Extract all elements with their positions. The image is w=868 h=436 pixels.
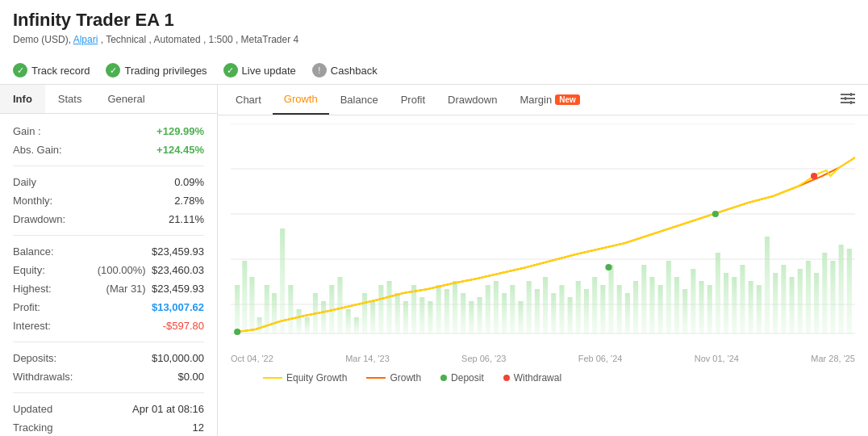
- sidebar-tabs: Info Stats General: [0, 85, 217, 114]
- equity-value: (100.00%) $23,460.03: [98, 264, 204, 276]
- svg-rect-61: [633, 281, 638, 333]
- svg-rect-77: [765, 237, 770, 333]
- chart-tab-profit[interactable]: Profit: [390, 86, 436, 114]
- svg-rect-1: [841, 98, 855, 99]
- badge-live-update-label: Live update: [242, 65, 296, 77]
- badge-cashback-label: Cashback: [331, 65, 378, 77]
- svg-rect-50: [543, 277, 548, 333]
- svg-point-88: [234, 329, 240, 335]
- tracking-value: 12: [193, 421, 204, 434]
- daily-value: 0.09%: [174, 176, 204, 188]
- svg-rect-12: [235, 285, 240, 333]
- svg-rect-47: [518, 301, 523, 333]
- stat-tracking: Tracking 12: [13, 418, 204, 436]
- legend-equity: Equity Growth: [263, 372, 347, 384]
- svg-rect-62: [641, 265, 646, 333]
- x-label-1: Oct 04, '22: [231, 354, 273, 363]
- svg-rect-83: [814, 273, 819, 333]
- svg-rect-27: [354, 317, 359, 333]
- badge-trading-privileges: ✓ Trading privileges: [106, 63, 207, 78]
- updated-value: Apr 01 at 08:16: [132, 403, 204, 415]
- svg-rect-59: [617, 285, 622, 333]
- svg-rect-18: [280, 228, 285, 333]
- chart-tab-balance[interactable]: Balance: [329, 86, 390, 114]
- x-label-5: Nov 01, '24: [695, 354, 739, 363]
- legend-deposit: Deposit: [440, 372, 484, 384]
- page-header: Infinity Trader EA 1 Demo (USD), Alpari …: [0, 0, 868, 57]
- svg-rect-36: [428, 301, 432, 333]
- svg-rect-23: [321, 301, 326, 333]
- svg-rect-70: [707, 285, 712, 333]
- svg-rect-38: [444, 289, 449, 333]
- legend-deposit-dot: [440, 375, 447, 381]
- balance-value: $23,459.93: [152, 245, 204, 258]
- svg-rect-0: [841, 94, 855, 95]
- svg-rect-75: [749, 281, 753, 333]
- margin-new-container: Margin New: [520, 94, 579, 106]
- page-subtitle: Demo (USD), Alpari , Technical , Automat…: [13, 34, 855, 45]
- badge-track-record-label: Track record: [31, 65, 90, 77]
- profit-label: Profit:: [13, 301, 40, 313]
- svg-rect-80: [790, 277, 795, 333]
- svg-rect-51: [551, 293, 556, 333]
- stat-withdrawals: Withdrawals: $0.00: [13, 367, 204, 386]
- legend-growth-label: Growth: [390, 372, 421, 384]
- svg-rect-56: [592, 277, 597, 333]
- svg-rect-35: [419, 297, 424, 333]
- tab-stats[interactable]: Stats: [45, 85, 95, 113]
- balance-label: Balance:: [13, 245, 54, 258]
- stat-updated: Updated Apr 01 at 08:16: [13, 400, 204, 418]
- svg-rect-19: [288, 285, 293, 333]
- svg-rect-25: [337, 277, 342, 333]
- svg-rect-60: [625, 293, 630, 333]
- tab-info[interactable]: Info: [0, 85, 45, 113]
- x-axis: Oct 04, '22 Mar 14, '23 Sep 06, '23 Feb …: [231, 352, 855, 363]
- profit-value: $13,007.62: [152, 301, 204, 313]
- svg-rect-43: [486, 285, 490, 333]
- svg-rect-48: [527, 281, 532, 333]
- chart-tab-growth[interactable]: Growth: [273, 85, 329, 115]
- deposits-value: $10,000.00: [152, 352, 204, 364]
- x-label-4: Feb 06, '24: [578, 354, 623, 363]
- stat-abs-gain: Abs. Gain: +124.45%: [13, 140, 204, 159]
- svg-rect-37: [436, 285, 441, 333]
- svg-rect-53: [568, 297, 573, 333]
- monthly-label: Monthly:: [13, 195, 52, 207]
- equity-label: Equity:: [13, 264, 45, 276]
- page-title: Infinity Trader EA 1: [13, 10, 855, 31]
- main-content: Info Stats General Gain : +129.99% Abs. …: [0, 85, 868, 436]
- svg-rect-52: [559, 285, 564, 333]
- svg-rect-72: [724, 273, 728, 333]
- badge-trading-privileges-label: Trading privileges: [124, 65, 207, 77]
- svg-rect-21: [305, 317, 310, 333]
- tracking-label: Tracking: [13, 421, 52, 434]
- chart-tab-drawdown[interactable]: Drawdown: [436, 86, 508, 114]
- highest-date: (Mar 31): [106, 283, 146, 295]
- chart-tab-margin[interactable]: Margin New: [508, 86, 590, 114]
- svg-rect-57: [600, 285, 605, 333]
- svg-rect-66: [674, 277, 679, 333]
- drawdown-value: 21.11%: [169, 213, 204, 225]
- svg-rect-15: [257, 317, 262, 333]
- badge-live-update: ✓ Live update: [223, 63, 296, 78]
- chart-tab-chart[interactable]: Chart: [224, 86, 273, 114]
- withdrawals-value: $0.00: [177, 371, 204, 383]
- svg-rect-29: [370, 301, 375, 333]
- svg-rect-41: [469, 301, 474, 333]
- tab-general[interactable]: General: [94, 85, 157, 113]
- svg-rect-3: [850, 93, 852, 96]
- svg-rect-71: [716, 253, 720, 333]
- svg-rect-39: [453, 281, 457, 333]
- check-icon: ✓: [13, 63, 27, 78]
- stat-profit: Profit: $13,007.62: [13, 298, 204, 317]
- alpari-link[interactable]: Alpari: [73, 34, 98, 45]
- updated-label: Updated: [13, 403, 52, 415]
- settings-icon[interactable]: [834, 86, 862, 113]
- x-label-2: Mar 14, '23: [345, 354, 390, 363]
- svg-rect-30: [378, 285, 383, 333]
- sidebar: Info Stats General Gain : +129.99% Abs. …: [0, 85, 218, 436]
- svg-rect-68: [691, 269, 695, 333]
- svg-rect-63: [649, 277, 654, 333]
- legend-equity-label: Equity Growth: [286, 372, 347, 384]
- svg-rect-14: [249, 277, 254, 333]
